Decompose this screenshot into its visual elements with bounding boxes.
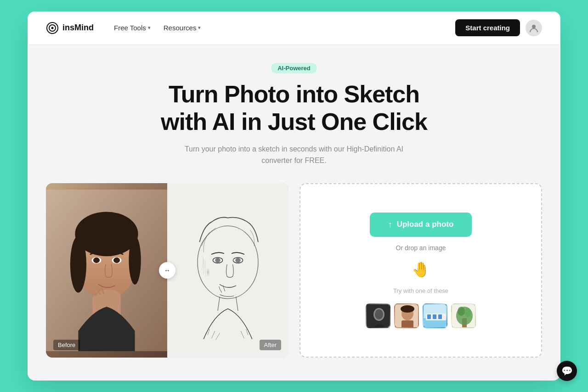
svg-point-11 — [93, 258, 100, 263]
svg-point-27 — [401, 305, 414, 313]
chevron-down-icon: ▾ — [198, 25, 201, 31]
svg-point-20 — [236, 258, 241, 263]
upload-photo-button[interactable]: ↑ Upload a photo — [370, 213, 472, 237]
sample-thumbnail-1[interactable] — [366, 303, 390, 328]
browser-window: insMind Free Tools ▾ Resources ▾ Start c… — [28, 11, 560, 381]
try-label: Try with one of these — [393, 287, 448, 294]
github-icon[interactable] — [526, 20, 542, 36]
svg-rect-33 — [438, 314, 442, 319]
svg-point-37 — [458, 307, 465, 316]
svg-point-9 — [129, 236, 141, 285]
navbar: insMind Free Tools ▾ Resources ▾ Start c… — [28, 11, 560, 45]
two-column-layout: ↔ — [46, 183, 542, 358]
expand-icon: ↔ — [164, 267, 170, 274]
nav-resources[interactable]: Resources ▾ — [158, 20, 207, 35]
hero-subtitle: Turn your photo into a sketch in seconds… — [175, 143, 413, 167]
sample-thumbnail-3[interactable] — [423, 303, 447, 328]
svg-rect-32 — [433, 314, 436, 319]
svg-point-13 — [113, 258, 120, 263]
svg-point-14 — [96, 289, 121, 304]
portrait-after-svg — [167, 183, 288, 358]
after-label: After — [260, 340, 281, 350]
drop-label: Or drop an image — [396, 244, 446, 252]
portrait-before-svg — [46, 183, 167, 358]
brand-name: insMind — [62, 23, 94, 33]
chat-bubble-button[interactable]: 💬 — [557, 361, 577, 381]
svg-rect-15 — [167, 190, 288, 351]
main-content: AI-Powered Turn Photo into Sketch with A… — [28, 45, 560, 381]
chevron-down-icon: ▾ — [148, 25, 151, 31]
svg-rect-26 — [401, 320, 413, 328]
chat-icon: 💬 — [561, 365, 573, 376]
logo[interactable]: insMind — [46, 22, 94, 34]
photo-after — [167, 183, 288, 358]
nav-free-tools[interactable]: Free Tools ▾ — [108, 20, 156, 35]
svg-rect-31 — [427, 314, 431, 319]
sample-thumbnails — [366, 303, 476, 328]
logo-icon — [46, 22, 59, 34]
svg-point-23 — [375, 309, 383, 319]
svg-point-18 — [215, 258, 220, 263]
svg-point-8 — [70, 236, 86, 292]
nav-links: Free Tools ▾ Resources ▾ — [108, 20, 441, 35]
before-label: Before — [53, 340, 80, 350]
start-creating-button[interactable]: Start creating — [455, 19, 520, 36]
before-after-card: ↔ — [46, 183, 288, 358]
hero-section: AI-Powered Turn Photo into Sketch with A… — [46, 63, 542, 167]
svg-point-38 — [464, 308, 471, 317]
nav-right: Start creating — [455, 19, 542, 36]
upload-card: ↑ Upload a photo Or drop an image 🤚 Try … — [300, 183, 542, 358]
hand-pointer-icon: 🤚 — [412, 261, 430, 278]
upload-arrow-icon: ↑ — [388, 220, 392, 230]
photo-before — [46, 183, 167, 358]
svg-point-2 — [51, 27, 54, 29]
svg-point-3 — [532, 25, 536, 28]
before-after-inner: ↔ — [46, 183, 288, 358]
ai-powered-badge: AI-Powered — [271, 63, 317, 73]
sample-thumbnail-2[interactable] — [394, 303, 419, 328]
hero-title: Turn Photo into Sketch with AI in Just O… — [46, 81, 542, 136]
divider-handle[interactable]: ↔ — [159, 262, 175, 279]
sample-thumbnail-4[interactable] — [451, 303, 476, 328]
